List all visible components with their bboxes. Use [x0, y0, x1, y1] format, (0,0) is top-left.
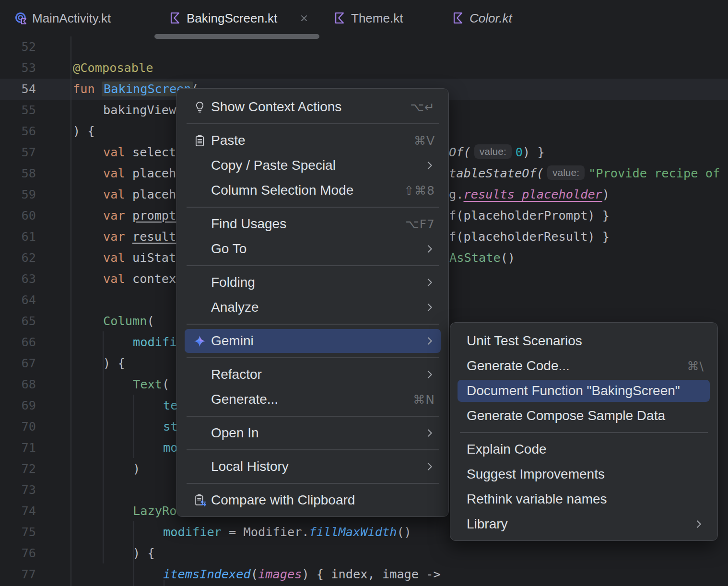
- line-number: 76: [0, 543, 36, 564]
- menu-item-refactor[interactable]: Refactor: [177, 362, 448, 387]
- menu-item-label: Generate Compose Sample Data: [467, 408, 665, 423]
- chevron-right-icon: [424, 302, 435, 313]
- tab-color-kt[interactable]: Color.kt: [437, 0, 554, 36]
- menu-item-library[interactable]: Library: [450, 512, 717, 537]
- chevron-right-icon: [424, 160, 435, 171]
- code-token: g.: [449, 188, 463, 201]
- menu-item-copy-paste-special[interactable]: Copy / Paste Special: [177, 153, 448, 178]
- kotlin-icon: [333, 12, 347, 25]
- close-icon[interactable]: [298, 12, 310, 24]
- code-token: ) { index, image ->: [302, 567, 440, 581]
- code-token: val: [103, 272, 125, 286]
- menu-item-generate-compose-sample-data[interactable]: Generate Compose Sample Data: [450, 403, 717, 428]
- code-line-62: AsState(): [449, 247, 515, 269]
- code-line-59: val placeh: [103, 184, 176, 205]
- menu-item-label: Copy / Paste Special: [211, 158, 336, 173]
- code-token: (: [251, 567, 258, 581]
- menu-item-column-selection-mode[interactable]: Column Selection Mode⇧⌘8: [177, 178, 448, 203]
- menu-item-open-in[interactable]: Open In: [177, 421, 448, 445]
- code-token: mo: [163, 441, 177, 455]
- code-line-57: val select: [103, 142, 176, 163]
- line-number: 75: [0, 522, 36, 543]
- menu-item-icon-slot: [193, 159, 206, 172]
- bulb-icon: [193, 101, 206, 114]
- code-token: result: [132, 230, 176, 244]
- line-number: 56: [0, 121, 36, 142]
- code-line-61: f(placeholderResult) }: [449, 226, 610, 247]
- menu-separator: [187, 416, 439, 417]
- code-line-66: modifi: [133, 332, 176, 353]
- tab-label: Theme.kt: [351, 11, 403, 26]
- menu-item-show-context-actions[interactable]: Show Context Actions⌥↵: [177, 94, 448, 119]
- line-number: 73: [0, 480, 36, 501]
- code-token: (: [162, 377, 169, 391]
- menu-separator: [187, 265, 439, 266]
- code-line-61: var result: [103, 226, 176, 247]
- parameter-hint-badge: value:: [547, 165, 585, 180]
- menu-item-gemini[interactable]: Gemini: [177, 328, 448, 353]
- line-number: 65: [0, 311, 36, 332]
- code-token: LazyRo: [133, 504, 176, 518]
- menu-item-paste[interactable]: Paste⌘V: [177, 128, 448, 153]
- line-number: 60: [0, 205, 36, 226]
- code-token: fillMaxWidth: [309, 525, 397, 539]
- code-token: modifi: [133, 335, 176, 349]
- code-line-60: f(placeholderPrompt) }: [449, 205, 610, 226]
- menu-separator: [187, 483, 439, 484]
- code-token: Column: [103, 314, 147, 328]
- chevron-right-icon: [693, 519, 704, 529]
- code-token: bakingView: [103, 103, 176, 117]
- code-line-72: ): [133, 458, 140, 480]
- context-menu: Show Context Actions⌥↵Paste⌘VCopy / Past…: [176, 88, 449, 517]
- tab-theme-kt[interactable]: Theme.kt: [319, 0, 437, 36]
- menu-item-label: Document Function "BakingScreen": [467, 383, 680, 398]
- gemini-icon: [193, 335, 206, 348]
- code-line-58: val placeh: [103, 163, 176, 184]
- parameter-hint-badge: value:: [474, 144, 512, 159]
- line-number: 52: [0, 36, 36, 58]
- indent-guide: [133, 395, 134, 458]
- code-line-70: st: [163, 416, 177, 437]
- menu-item-suggest-improvements[interactable]: Suggest Improvements: [450, 462, 717, 487]
- menu-item-find-usages[interactable]: Find Usages⌥F7: [177, 211, 448, 236]
- menu-item-folding[interactable]: Folding: [177, 270, 448, 295]
- code-token: val: [103, 166, 125, 180]
- line-number: 66: [0, 332, 36, 353]
- code-token: = Modifier.: [222, 525, 309, 539]
- code-token: "Provide recipe of: [588, 166, 720, 180]
- menu-item-shortcut: ⌥F7: [405, 217, 435, 231]
- line-number: 55: [0, 100, 36, 121]
- menu-item-document-function-bakingscreen[interactable]: Document Function "BakingScreen": [450, 378, 717, 403]
- tab-mainactivity-kt[interactable]: MainActivity.kt: [0, 0, 154, 36]
- code-token: st: [163, 420, 177, 434]
- menu-item-label: Column Selection Mode: [211, 183, 353, 198]
- menu-item-explain-code[interactable]: Explain Code: [450, 437, 717, 462]
- menu-item-rethink-variable-names[interactable]: Rethink variable names: [450, 487, 717, 512]
- menu-item-label: Refactor: [211, 367, 262, 382]
- menu-item-label: Explain Code: [467, 442, 547, 457]
- code-line-68: Text(: [133, 374, 169, 395]
- code-token: te: [163, 398, 177, 412]
- menu-item-unit-test-scenarios[interactable]: Unit Test Scenarios: [450, 328, 717, 353]
- chevron-right-icon: [424, 369, 435, 380]
- menu-item-go-to[interactable]: Go To: [177, 236, 448, 261]
- menu-item-local-history[interactable]: Local History: [177, 454, 448, 479]
- chevron-right-icon: [424, 336, 435, 346]
- menu-item-compare-with-clipboard[interactable]: Compare with Clipboard: [177, 488, 448, 513]
- line-number: 74: [0, 501, 36, 522]
- tab-bakingscreen-kt[interactable]: BakingScreen.kt: [154, 0, 319, 36]
- menu-item-shortcut: ⌘\: [687, 359, 704, 373]
- menu-separator: [187, 207, 439, 208]
- code-token: contex: [125, 272, 176, 286]
- code-token: val: [103, 188, 125, 201]
- menu-item-generate[interactable]: Generate...⌘N: [177, 387, 448, 412]
- code-token: ) {: [73, 124, 95, 138]
- line-number: 61: [0, 226, 36, 247]
- code-line-67: ) {: [103, 353, 125, 374]
- menu-item-analyze[interactable]: Analyze: [177, 295, 448, 320]
- line-number: 72: [0, 458, 36, 480]
- code-line-62: val uiStat: [103, 247, 176, 269]
- line-number: 71: [0, 437, 36, 458]
- tab-label: Color.kt: [470, 11, 512, 26]
- menu-item-generate-code[interactable]: Generate Code...⌘\: [450, 353, 717, 378]
